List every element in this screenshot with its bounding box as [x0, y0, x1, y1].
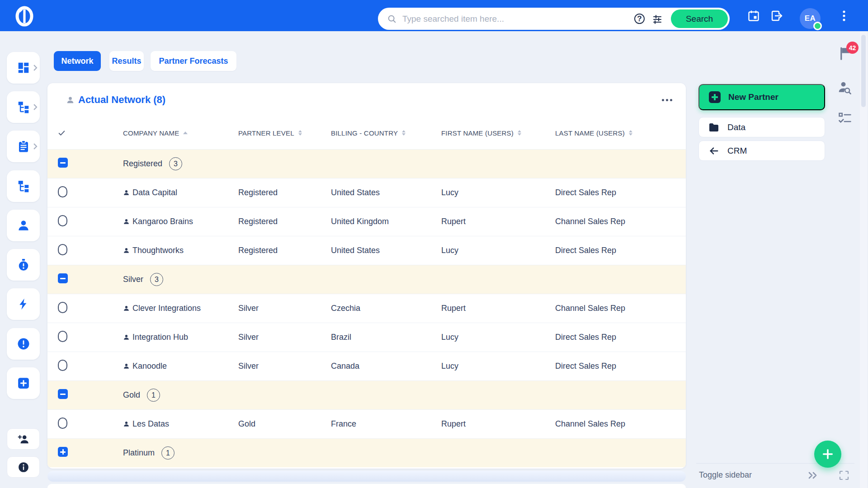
new-partner-button[interactable]: New Partner: [698, 84, 825, 110]
export-icon[interactable]: [770, 9, 783, 22]
group-checkbox-indeterminate[interactable]: [58, 389, 68, 399]
column-header-level[interactable]: PARTNER LEVEL: [238, 129, 331, 137]
sidebar-item-reports[interactable]: [7, 131, 40, 162]
group-checkbox-indeterminate[interactable]: [58, 273, 68, 283]
table-header-row: COMPANY NAME PARTNER LEVEL BILLING - COU…: [47, 117, 686, 149]
company-name[interactable]: Data Capital: [132, 188, 177, 197]
country-cell: France: [331, 419, 441, 429]
row-checkbox[interactable]: [58, 302, 67, 313]
filter-sliders-icon[interactable]: [652, 14, 663, 24]
sidebar-item-organization[interactable]: [7, 170, 40, 202]
group-label: Platinum: [123, 448, 155, 458]
sort-icon: [402, 130, 406, 136]
partner-level-cell: Silver: [238, 304, 331, 313]
table-row[interactable]: Les Datas Gold France Rupert Channel Sal…: [47, 409, 686, 438]
flag-count-badge: 42: [846, 42, 859, 54]
tab-results[interactable]: Results: [109, 51, 144, 71]
kebab-menu-icon[interactable]: [839, 10, 849, 21]
group-row[interactable]: Gold 1: [47, 380, 686, 409]
company-name[interactable]: Thoughtworks: [132, 246, 184, 255]
search-button[interactable]: Search: [671, 9, 728, 28]
row-checkbox[interactable]: [58, 418, 67, 429]
column-label: BILLING - COUNTRY: [331, 129, 398, 137]
data-label: Data: [727, 122, 745, 132]
column-header-last-name[interactable]: LAST NAME (USERS): [555, 129, 686, 137]
add-fab-button[interactable]: [814, 441, 841, 468]
row-checkbox[interactable]: [58, 186, 67, 197]
row-checkbox[interactable]: [58, 360, 67, 371]
hierarchy-icon: [17, 100, 30, 114]
online-status-dot: [813, 22, 822, 30]
last-name-cell: Direct Sales Rep: [555, 246, 686, 255]
avatar[interactable]: EA: [800, 8, 821, 29]
column-header-company[interactable]: COMPANY NAME: [123, 129, 238, 137]
column-header-country[interactable]: BILLING - COUNTRY: [331, 129, 441, 137]
search-input[interactable]: [402, 14, 634, 24]
company-name[interactable]: Clever Integrations: [132, 304, 201, 313]
group-row[interactable]: Silver 3: [47, 265, 686, 294]
column-label: LAST NAME (USERS): [555, 129, 625, 137]
row-checkbox[interactable]: [58, 215, 67, 226]
add-icon: [709, 91, 721, 103]
row-checkbox[interactable]: [58, 244, 67, 255]
table-row[interactable]: Kanoodle Silver Canada Lucy Direct Sales…: [47, 352, 686, 380]
row-checkbox[interactable]: [58, 331, 67, 342]
help-icon[interactable]: ?: [634, 14, 645, 24]
sidebar-item-add[interactable]: [7, 367, 40, 399]
sidebar-item-time-tracking[interactable]: [7, 249, 40, 281]
group-row[interactable]: Registered 3: [47, 149, 686, 178]
tasks-icon[interactable]: [838, 112, 852, 127]
app-logo[interactable]: [14, 5, 35, 27]
group-checkbox-indeterminate[interactable]: [58, 158, 68, 168]
company-name[interactable]: Les Datas: [132, 419, 169, 429]
vertical-scrollbar[interactable]: [860, 31, 867, 488]
stopwatch-icon: [17, 258, 30, 272]
person-icon: [123, 421, 130, 427]
sidebar-item-hierarchy[interactable]: [7, 91, 40, 123]
arrow-left-icon: [708, 146, 719, 156]
group-row[interactable]: Platinum 1: [47, 438, 686, 467]
table-row[interactable]: Integration Hub Silver Brazil Lucy Direc…: [47, 323, 686, 352]
last-name-cell: Direct Sales Rep: [555, 333, 686, 342]
expand-icon[interactable]: [839, 470, 849, 480]
chevron-right-icon: [33, 143, 38, 150]
table-row[interactable]: Data Capital Registered United States Lu…: [47, 178, 686, 207]
company-name[interactable]: Integration Hub: [132, 333, 188, 342]
sort-icon: [298, 130, 302, 136]
card-menu-icon[interactable]: [662, 99, 672, 101]
data-button[interactable]: Data: [698, 117, 825, 137]
first-name-cell: Lucy: [441, 246, 555, 255]
sidebar-item-instant-feedback[interactable]: [7, 288, 40, 320]
top-header: ? Search EA: [0, 0, 868, 31]
select-all-check[interactable]: [58, 129, 123, 137]
partner-level-cell: Registered: [238, 246, 331, 255]
company-name[interactable]: Kanoodle: [132, 361, 167, 371]
tab-network[interactable]: Network: [54, 51, 101, 71]
toggle-sidebar-button[interactable]: Toggle sidebar: [699, 470, 752, 480]
hierarchy-icon: [17, 179, 30, 193]
tab-partner-forecasts[interactable]: Partner Forecasts: [151, 51, 236, 71]
double-chevron-right-icon[interactable]: [807, 471, 819, 480]
company-name[interactable]: Kangaroo Brains: [132, 217, 193, 226]
add-square-icon: [17, 376, 30, 390]
group-checkbox-expand[interactable]: [58, 447, 68, 457]
table-row[interactable]: Clever Integrations Silver Czechia Ruper…: [47, 294, 686, 323]
country-cell: United Kingdom: [331, 217, 441, 226]
table-row[interactable]: Thoughtworks Registered United States Lu…: [47, 236, 686, 265]
crm-button[interactable]: CRM: [698, 141, 825, 161]
column-header-first-name[interactable]: FIRST NAME (USERS): [441, 129, 555, 137]
table-row[interactable]: Kangaroo Brains Registered United Kingdo…: [47, 207, 686, 236]
person-icon: [66, 96, 75, 104]
column-label: PARTNER LEVEL: [238, 129, 294, 137]
first-name-cell: Lucy: [441, 361, 555, 371]
calendar-icon[interactable]: [747, 9, 760, 22]
person-search-icon[interactable]: [837, 80, 852, 97]
sidebar-item-info[interactable]: [7, 456, 40, 478]
sidebar-item-dashboards[interactable]: [7, 52, 40, 84]
sidebar-item-invite-user[interactable]: [7, 428, 40, 450]
sidebar-item-alerts[interactable]: [7, 328, 40, 360]
partner-level-cell: Registered: [238, 217, 331, 226]
horizontal-scrollbar[interactable]: [47, 471, 686, 482]
page-title: Actual Network (8): [78, 94, 662, 106]
sidebar-item-people[interactable]: [7, 210, 40, 241]
